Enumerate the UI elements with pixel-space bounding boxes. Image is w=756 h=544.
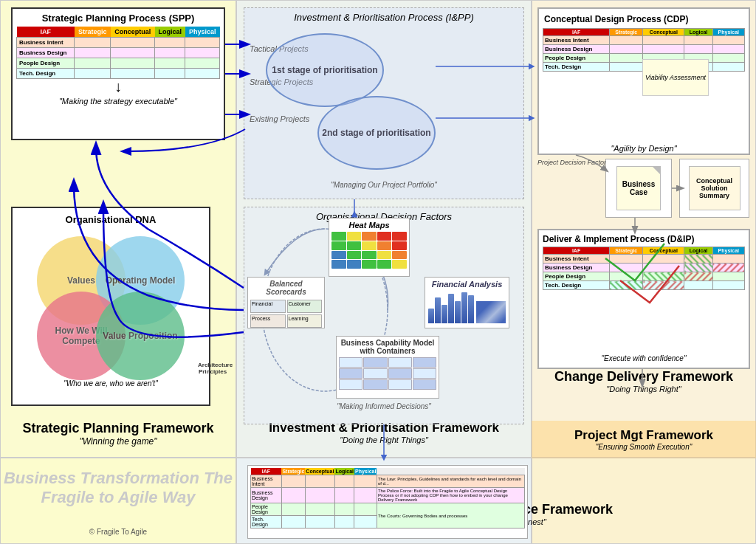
bcm-cell-3 [388, 357, 412, 368]
fa-bar-1 [428, 309, 434, 323]
bcm-title: Business Capability Model with Container… [339, 339, 436, 355]
cdf-label: Change Delivery Framework "Doing Things … [532, 369, 756, 393]
bcm-cell-5 [339, 368, 362, 379]
hm-cell-9 [377, 241, 392, 250]
bsc-box: Balanced Scorecards Financial Customer P… [247, 277, 325, 328]
odf-caption: "Making Informed Decisions" [244, 402, 524, 410]
spp-iaf-label: IAF [17, 27, 75, 38]
cdf-title: Change Delivery Framework [532, 369, 756, 385]
dna-title: Organisational DNA [18, 214, 203, 225]
viability-assessment-label: Viability Assessment [645, 74, 706, 81]
dip-box: Deliver & Implement Process (D&IP) IAF S… [537, 229, 750, 369]
spp-col-physical: Physical [185, 27, 220, 38]
venn-diagram: Values Operating Model How We Will Compe… [30, 229, 192, 376]
venn-operating-label: Operating Model [106, 275, 176, 286]
pmf-caption: "Ensuring Smooth Execution" [539, 443, 749, 451]
spp-bi-l [155, 38, 185, 48]
bcm-cell-6 [363, 368, 387, 379]
hm-cell-5 [392, 232, 407, 241]
business-case-box: Business Case [605, 159, 672, 218]
bcm-cell-10 [363, 379, 387, 390]
heatmap-box: Heat Maps [329, 218, 410, 277]
spp-row-bi: Business Intent [17, 38, 75, 48]
bcm-cell-12 [413, 379, 436, 390]
fa-title: Financial Analysis [427, 280, 506, 289]
hm-cell-4 [377, 232, 392, 241]
ipp-caption: "Managing Our Project Portfolio" [244, 181, 524, 189]
css-doc: Conceptual Solution Summary [689, 166, 740, 210]
second-stage-ellipse: 2nd stage of prioritisation [317, 96, 436, 170]
first-stage-label: 1st stage of prioritisation [272, 65, 377, 75]
spp-bd-c [111, 48, 155, 58]
bcm-cell-2 [363, 357, 387, 368]
pmf-title: Project Mgt Framework [539, 428, 749, 443]
bcm-box: Business Capability Model with Container… [336, 336, 439, 399]
spp-row-bd: Business Design [17, 48, 75, 58]
cdp-caption: "Agility by Design" [537, 144, 750, 153]
bcm-cell-9 [339, 379, 362, 390]
spp-pd-s [75, 58, 111, 69]
business-case-doc: Business Case [616, 166, 661, 210]
existing-projects-label: Existing Projects [250, 114, 309, 123]
spp-td-c [111, 69, 155, 79]
hm-cell-6 [331, 241, 346, 250]
bsc-cell-2: Customer [287, 300, 323, 313]
dip-title: Deliver & Implement Process (D&IP) [543, 234, 745, 244]
bt-copyright: © Fragile To Agile [0, 528, 236, 536]
ipp-title: Investment & Prioritisation Process (I&P… [244, 8, 523, 27]
fa-wave [476, 301, 506, 323]
bsc-cell-1: Financial [250, 300, 286, 313]
bcm-grid [339, 357, 436, 390]
architecture-principles-label: Architecture Principles [198, 362, 227, 375]
hm-cell-16 [331, 260, 346, 269]
hm-cell-8 [362, 241, 377, 250]
hm-cell-11 [331, 251, 346, 260]
spp-pd-l [155, 58, 185, 69]
venn-value-prop: Value Proposition [96, 292, 185, 380]
fa-chart [427, 290, 506, 323]
spf-label: Strategic Planning Framework "Winning th… [0, 421, 236, 447]
hm-cell-7 [347, 241, 362, 250]
bsc-cell-4: Learning [287, 314, 323, 328]
dip-caption: "Execute with confidence" [537, 354, 750, 362]
venn-value-prop-label: Value Proposition [103, 331, 177, 341]
bsc-title: Balanced Scorecards [250, 280, 322, 296]
spp-title: Strategic Planning Process (SPP) [16, 13, 220, 24]
heatmap-grid [331, 232, 407, 269]
cdp-iaf-label: IAF [543, 29, 610, 36]
ipf-caption: "Doing the Right Things" [236, 435, 532, 444]
spp-bi-c [111, 38, 155, 48]
second-stage-label: 2nd stage of prioritisation [322, 128, 430, 138]
fa-bar-4 [448, 294, 454, 323]
spp-box: Strategic Planning Process (SPP) IAF Str… [11, 7, 225, 140]
dna-caption: "Who we are, who we aren't" [18, 379, 203, 388]
hm-cell-17 [347, 260, 362, 269]
cdp-col-strategic: Strategic [610, 29, 643, 36]
iaf-ref-table: IAF Strategic Conceptual Logical Physica… [250, 468, 525, 528]
cdf-caption: "Doing Things Right" [532, 385, 756, 393]
spp-caption: "Making the strategy executable" [16, 97, 220, 106]
fa-bar-2 [435, 297, 441, 323]
fa-bar-7 [468, 295, 474, 323]
bcm-cell-1 [339, 357, 362, 368]
spp-pd-c [111, 58, 155, 69]
hm-cell-18 [362, 260, 377, 269]
fa-bar-3 [441, 305, 447, 323]
hm-cell-15 [392, 251, 407, 260]
dip-iaf-table: IAF Strategic Conceptual Logical Physica… [543, 247, 745, 290]
spp-td-l [155, 69, 185, 79]
bsc-grid: Financial Customer Process Learning [250, 300, 322, 328]
spp-col-strategic: Strategic [75, 27, 111, 38]
bcm-cell-4 [413, 357, 436, 368]
cdp-title: Conceptual Design Process (CDP) [543, 13, 745, 26]
spp-bi-p [185, 38, 220, 48]
spp-td-p [185, 69, 220, 79]
bsc-cell-3: Process [250, 314, 286, 328]
hm-cell-19 [377, 260, 392, 269]
css-box: Conceptual Solution Summary [679, 159, 749, 218]
bt-text: Business Transformation The Fragile to A… [0, 469, 236, 508]
spp-bi-s [75, 38, 111, 48]
iaf-ref-box: IAF Strategic Conceptual Logical Physica… [247, 465, 528, 539]
spf-title: Strategic Planning Framework [0, 421, 236, 436]
bottom-right-bg [532, 458, 756, 544]
